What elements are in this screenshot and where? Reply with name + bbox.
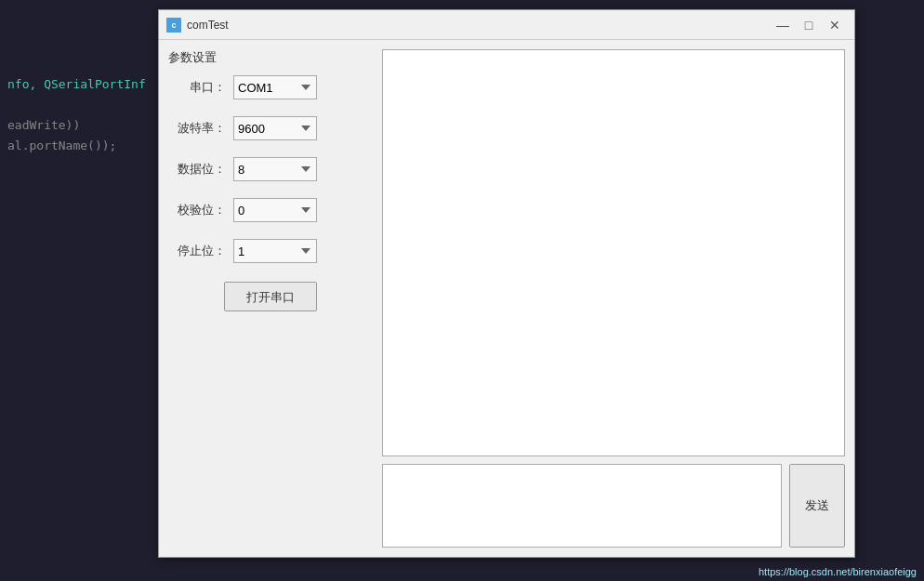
window-title: comTest: [187, 19, 771, 32]
parity-label: 校验位：: [172, 202, 226, 218]
window-controls: — □ ✕: [771, 15, 847, 35]
baudrate-row: 波特率： 1200 2400 4800 9600 19200 38400 576…: [168, 116, 373, 140]
close-button[interactable]: ✕: [823, 15, 847, 35]
port-row: 串口： COM1 COM2 COM3 COM4: [168, 75, 373, 99]
right-panel: 发送: [382, 49, 845, 548]
code-line-2: [7, 95, 151, 115]
maximize-button[interactable]: □: [797, 15, 821, 35]
left-panel: 参数设置 串口： COM1 COM2 COM3 COM4 波特率： 1200 2…: [168, 49, 373, 548]
stopbits-row: 停止位： 1 1.5 2: [168, 239, 373, 263]
stopbits-select[interactable]: 1 1.5 2: [233, 239, 317, 263]
send-area-row: 发送: [382, 464, 845, 548]
port-select[interactable]: COM1 COM2 COM3 COM4: [233, 75, 317, 99]
code-line-4: al.portName());: [7, 136, 151, 156]
minimize-button[interactable]: —: [771, 15, 795, 35]
stopbits-label: 停止位：: [172, 243, 226, 259]
background-editor: nfo, QSerialPortInf eadWrite)) al.portNa…: [0, 0, 158, 581]
baudrate-select[interactable]: 1200 2400 4800 9600 19200 38400 57600 11…: [233, 116, 317, 140]
window-icon: c: [166, 18, 181, 33]
parity-select[interactable]: 0 1 2: [233, 198, 317, 222]
databits-select[interactable]: 5 6 7 8: [233, 157, 317, 181]
main-window: c comTest — □ ✕ 参数设置 串口： COM1 COM2 COM3 …: [158, 9, 855, 558]
receive-area: [382, 49, 845, 456]
code-line-3: eadWrite)): [7, 115, 151, 136]
content-area: 参数设置 串口： COM1 COM2 COM3 COM4 波特率： 1200 2…: [159, 40, 854, 557]
parity-row: 校验位： 0 1 2: [168, 198, 373, 222]
status-bar: https://blog.csdn.net/birenxiaofeigg: [645, 562, 924, 581]
status-text: https://blog.csdn.net/birenxiaofeigg: [759, 566, 917, 577]
open-port-button[interactable]: 打开串口: [224, 282, 317, 311]
title-bar: c comTest — □ ✕: [159, 10, 854, 40]
send-button[interactable]: 发送: [789, 464, 845, 548]
section-title: 参数设置: [168, 49, 373, 66]
databits-label: 数据位：: [172, 161, 226, 178]
send-textarea[interactable]: [382, 464, 782, 548]
port-label: 串口：: [172, 79, 226, 96]
databits-row: 数据位： 5 6 7 8: [168, 157, 373, 181]
code-line-1: nfo, QSerialPortInf: [7, 74, 151, 95]
baudrate-label: 波特率：: [172, 120, 226, 137]
